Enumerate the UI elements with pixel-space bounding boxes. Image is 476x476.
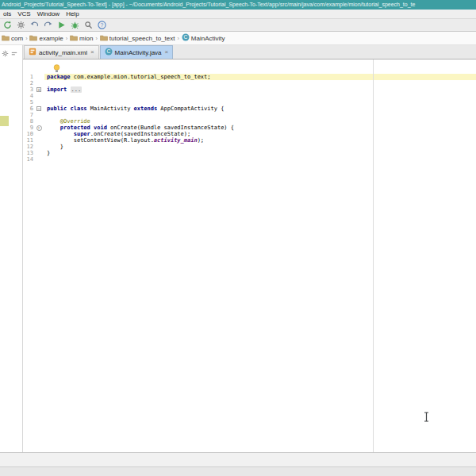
folder-icon: [100, 34, 108, 43]
breadcrumb-separator: ›: [65, 36, 68, 41]
code-text[interactable]: }: [44, 150, 476, 156]
fold-collapse-icon[interactable]: −: [33, 106, 44, 112]
gutter-space: [33, 150, 44, 156]
overriding-method-icon[interactable]: ↑: [33, 125, 44, 131]
folder-icon: [2, 34, 10, 43]
code-line[interactable]: 14: [23, 156, 476, 163]
code-line[interactable]: 4: [23, 93, 476, 99]
intention-bulb-icon[interactable]: [53, 64, 60, 75]
line-number[interactable]: 9: [23, 125, 33, 131]
project-tree-selected-item[interactable]: [0, 116, 9, 126]
breadcrumb-example[interactable]: example: [29, 34, 63, 43]
code-line[interactable]: 13}: [23, 150, 476, 156]
menu-help[interactable]: Help: [63, 10, 82, 17]
layout-file-icon: [29, 48, 36, 57]
breadcrumb-separator: ›: [25, 36, 28, 41]
bottom-strip: [0, 466, 476, 476]
line-number[interactable]: 8: [23, 118, 33, 125]
menu-tools[interactable]: ols: [0, 10, 14, 17]
tab-mainactivity-java[interactable]: C MainActivity.java ×: [100, 45, 174, 59]
search-icon[interactable]: [83, 21, 93, 30]
debug-icon[interactable]: [70, 21, 79, 30]
line-number[interactable]: 5: [23, 99, 33, 106]
fold-expand-icon[interactable]: +: [33, 86, 44, 93]
menu-window[interactable]: Window: [34, 10, 63, 17]
breadcrumb-mion[interactable]: mion: [70, 34, 93, 43]
code-line[interactable]: 11 setContentView(R.layout.activity_main…: [23, 137, 476, 144]
navigation-bar: com › example › mion › tutorial_speech_t…: [0, 32, 476, 45]
breadcrumb-separator: ›: [176, 36, 179, 41]
line-number[interactable]: 10: [23, 131, 33, 137]
gutter-space: [33, 131, 44, 137]
menu-vcs[interactable]: VCS: [14, 10, 33, 17]
gutter-space: [33, 93, 44, 99]
gutter-space: [33, 74, 44, 80]
code-line[interactable]: 3+import ...: [23, 86, 476, 93]
tab-label: activity_main.xml: [39, 49, 87, 56]
line-number[interactable]: 1: [23, 74, 33, 80]
code-text[interactable]: setContentView(R.layout.activity_main);: [44, 137, 476, 144]
help-icon[interactable]: ?: [97, 21, 106, 30]
folder-icon: [70, 34, 78, 43]
line-number[interactable]: 4: [23, 93, 33, 99]
settings-icon[interactable]: [16, 21, 25, 30]
breadcrumb-mainactivity[interactable]: C MainActivity: [182, 33, 225, 43]
class-icon: C: [182, 33, 190, 43]
code-text[interactable]: protected void onCreate(Bundle savedInst…: [44, 125, 476, 131]
code-text[interactable]: [44, 93, 476, 99]
line-number[interactable]: 2: [23, 80, 33, 86]
line-number[interactable]: 6: [23, 106, 33, 112]
gutter-space: [33, 144, 44, 150]
project-tool-window: [0, 45, 23, 452]
line-number[interactable]: 3: [23, 86, 33, 93]
line-number[interactable]: 13: [23, 150, 33, 156]
main-toolbar: ?: [0, 19, 476, 32]
code-line[interactable]: 10 super.onCreate(savedInstanceState);: [23, 131, 476, 137]
close-icon[interactable]: ×: [164, 49, 169, 56]
right-margin-guide: [373, 60, 374, 452]
code-editor[interactable]: 1package com.example.mion.tutorial_speec…: [23, 60, 476, 452]
undo-icon[interactable]: [29, 21, 39, 30]
gutter-space: [33, 156, 44, 163]
line-number[interactable]: 7: [23, 112, 33, 118]
code-text[interactable]: import ...: [44, 86, 476, 93]
title-bar[interactable]: Android_Projects/Tutorial_Speech-To-Text…: [0, 0, 476, 10]
line-number[interactable]: 14: [23, 156, 33, 163]
close-icon[interactable]: ×: [90, 49, 94, 56]
code-text[interactable]: }: [44, 144, 476, 150]
code-text[interactable]: package com.example.mion.tutorial_speech…: [44, 74, 476, 80]
editor-tabs: activity_main.xml × C MainActivity.java …: [23, 45, 476, 60]
run-icon[interactable]: [56, 21, 66, 30]
code-text[interactable]: @Override: [44, 118, 476, 125]
code-text[interactable]: [44, 156, 476, 163]
code-text[interactable]: public class MainActivity extends AppCom…: [44, 106, 476, 112]
window-title: Android_Projects/Tutorial_Speech-To-Text…: [2, 2, 415, 7]
line-number[interactable]: 11: [23, 137, 33, 144]
code-line[interactable]: 2: [23, 80, 476, 86]
sync-icon[interactable]: [2, 21, 12, 30]
code-line[interactable]: 6−public class MainActivity extends AppC…: [23, 106, 476, 112]
svg-text:C: C: [106, 48, 110, 54]
code-text[interactable]: [44, 80, 476, 86]
code-text[interactable]: [44, 99, 476, 106]
gutter-space: [33, 137, 44, 144]
code-text[interactable]: [44, 112, 476, 118]
collapse-all-icon[interactable]: [11, 46, 17, 60]
gutter-space: [33, 80, 44, 86]
code-line[interactable]: 7: [23, 112, 476, 118]
breadcrumb-tutorial-speech-to-text[interactable]: tutorial_speech_to_text: [100, 34, 175, 43]
code-line[interactable]: 5: [23, 99, 476, 106]
code-text[interactable]: super.onCreate(savedInstanceState);: [44, 131, 476, 137]
line-number[interactable]: 12: [23, 144, 33, 150]
folder-icon: [29, 34, 37, 43]
breadcrumb-separator: ›: [94, 36, 98, 41]
code-line[interactable]: 9↑ protected void onCreate(Bundle savedI…: [23, 125, 476, 131]
code-line[interactable]: 1package com.example.mion.tutorial_speec…: [23, 74, 476, 80]
tab-activity-main-xml[interactable]: activity_main.xml ×: [24, 45, 99, 59]
code-line[interactable]: 12 }: [23, 144, 476, 150]
project-panel-gear-icon[interactable]: [2, 46, 9, 60]
redo-icon[interactable]: [43, 21, 52, 30]
breadcrumb-com[interactable]: com: [2, 34, 23, 43]
code-line[interactable]: 8 @Override: [23, 118, 476, 125]
svg-text:C: C: [183, 34, 187, 40]
